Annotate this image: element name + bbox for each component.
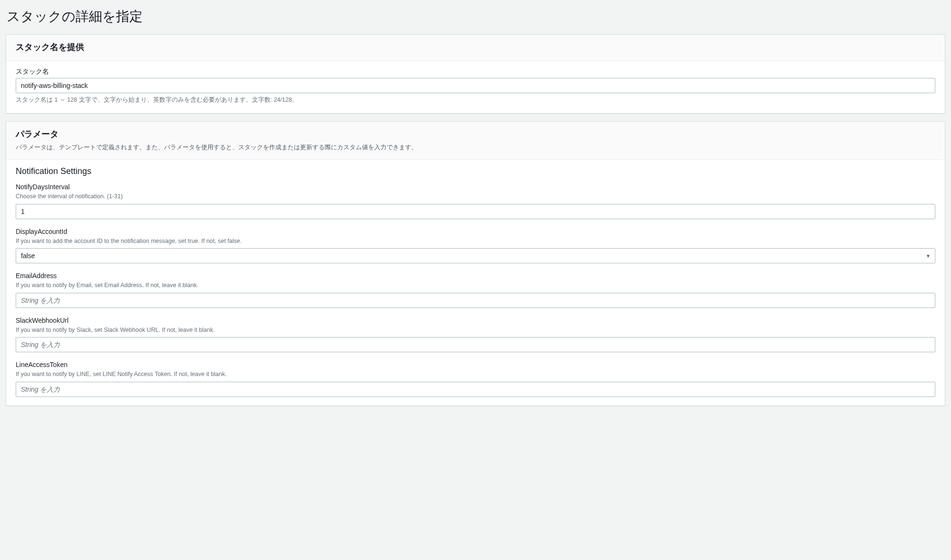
stack-name-help: スタック名は 1 ～ 128 文字で、文字から始まり、英数字のみを含む必要があり… (16, 96, 935, 105)
stack-name-field-group: スタック名 スタック名は 1 ～ 128 文字で、文字から始まり、英数字のみを含… (16, 68, 935, 105)
notify-days-interval-input[interactable] (16, 204, 935, 219)
display-account-id-select-wrapper: false ▼ (16, 248, 935, 263)
line-access-token-input[interactable] (16, 382, 935, 397)
notify-days-interval-desc: Choose the interval of notification. (1-… (16, 193, 935, 201)
display-account-id-desc: If you want to add the account ID to the… (16, 237, 935, 246)
parameters-panel: パラメータ パラメータは、テンプレートで定義されます。また、パラメータを使用する… (6, 121, 945, 406)
parameters-panel-title: パラメータ (16, 128, 935, 140)
page-title: スタックの詳細を指定 (0, 0, 951, 34)
stack-name-input[interactable] (16, 78, 935, 93)
parameters-panel-desc: パラメータは、テンプレートで定義されます。また、パラメータを使用すると、スタック… (16, 143, 935, 152)
slack-webhook-url-group: SlackWebhookUrl If you want to notify by… (16, 317, 935, 353)
stack-name-panel: スタック名を提供 スタック名 スタック名は 1 ～ 128 文字で、文字から始ま… (6, 34, 945, 114)
stack-name-label: スタック名 (16, 68, 935, 76)
slack-webhook-url-label: SlackWebhookUrl (16, 317, 935, 324)
slack-webhook-url-desc: If you want to notify by Slack, set Slac… (16, 326, 935, 335)
email-address-desc: If you want to notify by Email, set Emai… (16, 281, 935, 290)
line-access-token-desc: If you want to notify by LINE, set LINE … (16, 370, 935, 379)
page-container: スタックの詳細を指定 スタック名を提供 スタック名 スタック名は 1 ～ 128… (0, 0, 951, 423)
email-address-label: EmailAddress (16, 272, 935, 280)
email-address-input[interactable] (16, 293, 935, 308)
slack-webhook-url-input[interactable] (16, 337, 935, 352)
email-address-group: EmailAddress If you want to notify by Em… (16, 272, 935, 308)
notification-settings-title: Notification Settings (16, 166, 935, 176)
notify-days-interval-group: NotifyDaysInterval Choose the interval o… (16, 183, 935, 219)
parameters-panel-header: パラメータ パラメータは、テンプレートで定義されます。また、パラメータを使用する… (6, 122, 945, 160)
stack-name-panel-title: スタック名を提供 (16, 41, 935, 53)
display-account-id-label: DisplayAccountId (16, 228, 935, 235)
display-account-id-select[interactable]: false (16, 248, 935, 263)
stack-name-panel-body: スタック名 スタック名は 1 ～ 128 文字で、文字から始まり、英数字のみを含… (6, 61, 945, 113)
stack-name-panel-header: スタック名を提供 (6, 35, 945, 61)
display-account-id-group: DisplayAccountId If you want to add the … (16, 228, 935, 264)
line-access-token-group: LineAccessToken If you want to notify by… (16, 361, 935, 397)
parameters-panel-body: Notification Settings NotifyDaysInterval… (6, 160, 945, 406)
notify-days-interval-label: NotifyDaysInterval (16, 183, 935, 191)
line-access-token-label: LineAccessToken (16, 361, 935, 368)
